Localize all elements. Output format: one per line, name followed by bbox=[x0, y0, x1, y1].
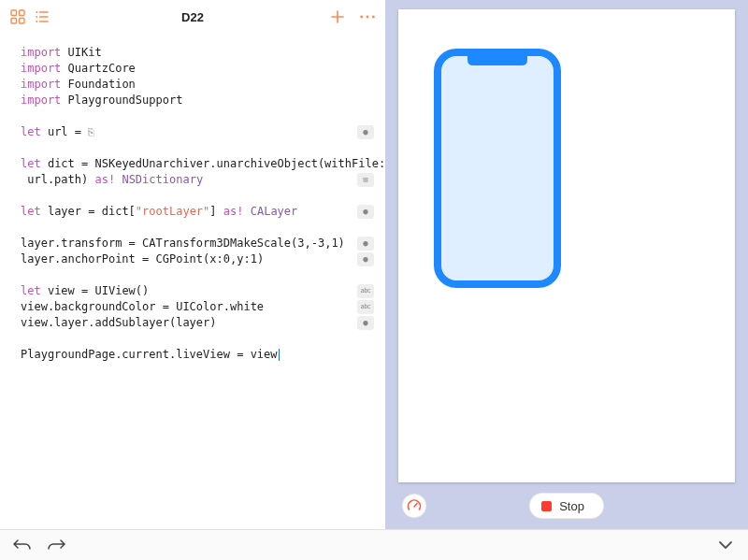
speed-gauge-button[interactable] bbox=[402, 494, 426, 518]
code-line-text: layer.anchorPoint = CGPoint(x:0,y:1) bbox=[21, 251, 357, 267]
editor-header: D22 bbox=[0, 0, 385, 34]
svg-rect-15 bbox=[438, 52, 557, 284]
result-indicator[interactable]: ● bbox=[357, 205, 374, 219]
result-indicator[interactable]: abc bbox=[357, 300, 374, 314]
code-line-text bbox=[21, 108, 357, 124]
undo-button[interactable] bbox=[13, 536, 32, 554]
result-indicator[interactable]: ● bbox=[357, 237, 374, 251]
phone-outline-render bbox=[434, 49, 561, 288]
code-line-text: let view = UIView() bbox=[21, 283, 357, 299]
code-line-text: let layer = dict["rootLayer"] as! CALaye… bbox=[21, 204, 357, 220]
svg-point-8 bbox=[36, 21, 37, 22]
code-line[interactable]: let layer = dict["rootLayer"] as! CALaye… bbox=[21, 204, 380, 220]
code-line[interactable]: view.layer.addSublayer(layer)● bbox=[21, 315, 380, 331]
code-line[interactable]: PlaygroundPage.current.liveView = view bbox=[21, 347, 380, 363]
code-line[interactable]: import Foundation bbox=[21, 77, 380, 93]
code-line-text: PlaygroundPage.current.liveView = view bbox=[21, 347, 357, 363]
code-line-text: import Foundation bbox=[21, 77, 357, 93]
code-line-text bbox=[21, 220, 357, 236]
code-line-text: layer.transform = CATransform3DMakeScale… bbox=[21, 236, 357, 251]
code-line[interactable]: let url = ⎘● bbox=[21, 124, 380, 140]
live-view-canvas bbox=[398, 9, 735, 482]
svg-point-14 bbox=[372, 16, 375, 19]
editor-pane: D22 import UIKitimport QuartzCoreimport … bbox=[0, 0, 385, 529]
svg-rect-2 bbox=[11, 19, 17, 24]
live-view-pane: Stop bbox=[385, 0, 748, 529]
code-line[interactable] bbox=[21, 331, 380, 347]
code-line[interactable]: layer.anchorPoint = CGPoint(x:0,y:1)● bbox=[21, 251, 380, 267]
result-indicator[interactable]: ● bbox=[357, 125, 374, 139]
code-line[interactable] bbox=[21, 220, 380, 236]
code-line-text bbox=[21, 188, 357, 204]
code-line-text bbox=[21, 267, 357, 283]
code-editor[interactable]: import UIKitimport QuartzCoreimport Foun… bbox=[0, 34, 385, 529]
code-line[interactable] bbox=[21, 140, 380, 156]
code-line[interactable]: import QuartzCore bbox=[21, 61, 380, 77]
grid-view-icon[interactable] bbox=[9, 8, 26, 25]
code-line[interactable] bbox=[21, 188, 380, 204]
svg-rect-1 bbox=[20, 10, 25, 16]
code-line-text: view.backgroundColor = UIColor.white bbox=[21, 299, 357, 315]
keyboard-dismiss-button[interactable] bbox=[716, 536, 735, 554]
more-icon[interactable] bbox=[359, 8, 376, 25]
svg-point-4 bbox=[36, 11, 37, 13]
stop-button-label: Stop bbox=[559, 499, 584, 513]
svg-rect-0 bbox=[11, 10, 17, 16]
code-line-text bbox=[21, 331, 357, 347]
code-line[interactable]: url.path) as! NSDictionary⊞ bbox=[21, 172, 380, 188]
code-line-text: let url = ⎘ bbox=[21, 124, 357, 140]
code-line[interactable] bbox=[21, 108, 380, 124]
result-indicator[interactable]: ● bbox=[357, 252, 374, 266]
code-line[interactable]: import PlaygroundSupport bbox=[21, 93, 380, 108]
stop-button[interactable]: Stop bbox=[529, 493, 604, 519]
document-title: D22 bbox=[0, 10, 385, 24]
svg-point-6 bbox=[36, 16, 37, 18]
svg-point-12 bbox=[360, 16, 363, 19]
svg-line-16 bbox=[414, 504, 417, 508]
code-line-text: url.path) as! NSDictionary bbox=[21, 172, 357, 188]
code-line[interactable]: layer.transform = CATransform3DMakeScale… bbox=[21, 236, 380, 251]
bottom-toolbar bbox=[0, 529, 748, 560]
redo-button[interactable] bbox=[47, 536, 65, 554]
add-icon[interactable] bbox=[329, 8, 346, 25]
code-line-text: import QuartzCore bbox=[21, 61, 357, 77]
text-cursor bbox=[279, 349, 280, 361]
code-line-text: let dict = NSKeyedUnarchiver.unarchiveOb… bbox=[21, 156, 385, 172]
stop-icon bbox=[541, 501, 552, 511]
code-line-text: import UIKit bbox=[21, 45, 357, 61]
list-view-icon[interactable] bbox=[34, 8, 50, 25]
code-line[interactable]: let dict = NSKeyedUnarchiver.unarchiveOb… bbox=[21, 156, 380, 172]
result-indicator[interactable]: abc bbox=[357, 284, 374, 298]
code-line[interactable]: let view = UIView()abc bbox=[21, 283, 380, 299]
main-split: D22 import UIKitimport QuartzCoreimport … bbox=[0, 0, 748, 529]
result-indicator[interactable]: ● bbox=[357, 316, 374, 330]
playground-control-bar: Stop bbox=[398, 482, 735, 529]
svg-rect-3 bbox=[20, 19, 25, 24]
code-line-text: import PlaygroundSupport bbox=[21, 93, 357, 108]
resource-literal-icon[interactable]: ⎘ bbox=[88, 126, 94, 138]
result-indicator[interactable]: ⊞ bbox=[357, 173, 374, 187]
code-line[interactable]: view.backgroundColor = UIColor.whiteabc bbox=[21, 299, 380, 315]
code-line-text: view.layer.addSublayer(layer) bbox=[21, 315, 357, 331]
code-line-text bbox=[21, 140, 357, 156]
code-line[interactable]: import UIKit bbox=[21, 45, 380, 61]
code-line[interactable] bbox=[21, 267, 380, 283]
svg-point-13 bbox=[367, 16, 369, 19]
gauge-icon bbox=[407, 498, 422, 513]
